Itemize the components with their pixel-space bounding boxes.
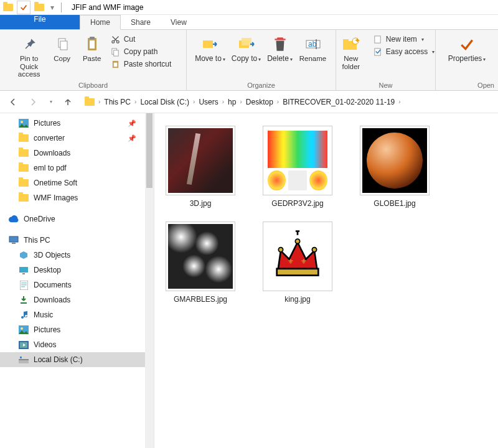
nav-desktop[interactable]: Desktop xyxy=(0,263,154,278)
qat-prop-icon[interactable] xyxy=(17,1,31,14)
tab-home[interactable]: Home xyxy=(80,15,121,30)
chevron-right-icon[interactable]: › xyxy=(240,98,242,105)
crumb-users[interactable]: Users xyxy=(199,98,218,106)
thumbnail: ⚜ ⚜ xyxy=(263,222,332,291)
paste-button[interactable]: Paste xyxy=(78,32,106,82)
group-clipboard: Pin to Quick access Copy Paste Cut xyxy=(0,30,187,90)
nav-pictures[interactable]: Pictures📌 xyxy=(0,116,154,131)
svg-text:ab: ab xyxy=(308,40,317,49)
qat-folder-icon[interactable] xyxy=(32,1,46,14)
nav-3d-objects[interactable]: 3D Objects xyxy=(0,248,154,263)
copy-path-button[interactable]: Copy path xyxy=(108,46,174,57)
tab-file[interactable]: File xyxy=(0,15,80,29)
svg-text:⚜: ⚜ xyxy=(301,258,307,265)
easy-access-icon xyxy=(373,47,383,57)
qat-file-icon[interactable] xyxy=(1,1,15,14)
nav-downloads[interactable]: Downloads xyxy=(0,146,154,161)
svg-text:✦: ✦ xyxy=(354,36,360,45)
crumb-bitrecover[interactable]: BITRECOVER_01-02-2020 11-19 xyxy=(283,98,395,106)
navigation-pane[interactable]: Pictures📌 converter📌 Downloads eml to pd… xyxy=(0,113,154,448)
back-button[interactable] xyxy=(6,95,20,109)
forward-button[interactable] xyxy=(26,95,40,109)
nav-music[interactable]: Music xyxy=(0,307,154,322)
chevron-right-icon[interactable]: › xyxy=(222,98,224,105)
svg-rect-26 xyxy=(12,243,16,244)
nav-converter[interactable]: converter📌 xyxy=(0,131,154,146)
easy-access-button[interactable]: Easy access▾ xyxy=(370,46,437,57)
scrollbar-thumb[interactable] xyxy=(146,113,153,188)
chevron-right-icon[interactable]: › xyxy=(193,98,195,105)
nav-onetime[interactable]: Onetime Soft xyxy=(0,175,154,190)
nav-downloads-pc[interactable]: Downloads xyxy=(0,292,154,307)
chevron-right-icon[interactable]: › xyxy=(277,98,279,105)
svg-rect-11 xyxy=(203,40,213,48)
desktop-icon xyxy=(19,265,29,275)
chevron-right-icon[interactable]: › xyxy=(398,98,400,105)
nav-videos[interactable]: Videos xyxy=(0,337,154,352)
new-item-button[interactable]: New item▾ xyxy=(370,34,437,45)
copy-to-button[interactable]: Copy to▾ xyxy=(230,32,263,82)
file-item[interactable]: 3D.jpg xyxy=(161,126,240,208)
nav-wmf[interactable]: WMF Images xyxy=(0,190,154,205)
nav-emltopdf[interactable]: eml to pdf xyxy=(0,161,154,175)
tab-view[interactable]: View xyxy=(161,15,197,29)
nav-documents[interactable]: Documents xyxy=(0,278,154,292)
rename-button[interactable]: ab Rename xyxy=(297,32,329,82)
svg-point-42 xyxy=(295,239,299,243)
group-organize: Move to▾ Copy to▾ Delete▾ ab Rename Orga… xyxy=(187,30,336,90)
nav-thispc[interactable]: This PC xyxy=(0,233,154,248)
qat-dropdown[interactable]: ▾ xyxy=(48,1,57,14)
up-button[interactable] xyxy=(61,95,75,109)
group-open: Properties▾ Open xyxy=(436,30,498,90)
move-to-icon xyxy=(201,35,220,54)
svg-rect-22 xyxy=(375,48,380,55)
svg-rect-1 xyxy=(60,41,67,50)
nav-pictures-pc[interactable]: Pictures xyxy=(0,322,154,337)
drive-icon xyxy=(19,355,29,365)
tab-share[interactable]: Share xyxy=(121,15,161,29)
copy-icon xyxy=(53,35,72,54)
breadcrumb[interactable]: › This PC › Local Disk (C:) › Users › hp… xyxy=(81,95,492,110)
title-bar: ▾ JFIF and WMF image xyxy=(0,0,498,15)
file-list[interactable]: 3D.jpg GEDRP3V2.jpg GLOBE1.jpg GMARBLES.… xyxy=(154,113,498,448)
chevron-right-icon[interactable]: › xyxy=(134,98,136,105)
delete-button[interactable]: Delete▾ xyxy=(266,32,294,82)
nav-scrollbar[interactable]: ▴ xyxy=(145,113,154,448)
svg-rect-28 xyxy=(22,273,25,274)
thumbnail xyxy=(166,222,235,291)
pictures-icon xyxy=(19,325,29,335)
new-folder-button[interactable]: ✦ New folder xyxy=(334,32,368,82)
file-item[interactable]: GEDRP3V2.jpg xyxy=(258,126,337,208)
rename-icon: ab xyxy=(304,35,322,54)
thumbnail xyxy=(263,126,332,195)
move-to-button[interactable]: Move to▾ xyxy=(194,32,227,82)
svg-rect-39 xyxy=(20,357,22,358)
properties-button[interactable]: Properties▾ xyxy=(448,32,486,82)
file-item[interactable]: ⚜ ⚜ king.jpg xyxy=(258,222,337,304)
paste-icon xyxy=(83,35,101,54)
crumb-hp[interactable]: hp xyxy=(228,98,236,106)
pin-icon xyxy=(20,35,39,54)
copy-path-icon xyxy=(111,47,121,57)
crumb-desktop[interactable]: Desktop xyxy=(246,98,273,106)
svg-rect-40 xyxy=(277,269,319,276)
nav-onedrive[interactable]: OneDrive xyxy=(0,212,154,226)
svg-rect-4 xyxy=(90,37,95,39)
svg-rect-38 xyxy=(19,359,29,360)
paste-shortcut-button[interactable]: Paste shortcut xyxy=(108,58,174,70)
nav-local-c[interactable]: Local Disk (C:) xyxy=(0,352,154,367)
crumb-localc[interactable]: Local Disk (C:) xyxy=(140,98,189,106)
file-item[interactable]: GMARBLES.jpg xyxy=(161,222,240,304)
crumb-thispc[interactable]: This PC xyxy=(104,98,131,106)
thumbnail xyxy=(360,126,430,195)
file-item[interactable]: GLOBE1.jpg xyxy=(355,126,435,208)
svg-rect-13 xyxy=(242,38,251,45)
ribbon-tabs: File Home Share View xyxy=(0,15,498,30)
copy-button[interactable]: Copy xyxy=(49,32,76,82)
ribbon: Pin to Quick access Copy Paste Cut xyxy=(0,30,498,91)
cut-button[interactable]: Cut xyxy=(108,34,174,45)
paste-shortcut-icon xyxy=(111,59,121,69)
chevron-right-icon[interactable]: › xyxy=(98,98,100,105)
pin-to-quick-access-button[interactable]: Pin to Quick access xyxy=(12,32,46,82)
recent-dropdown[interactable]: ▾ xyxy=(46,95,55,109)
